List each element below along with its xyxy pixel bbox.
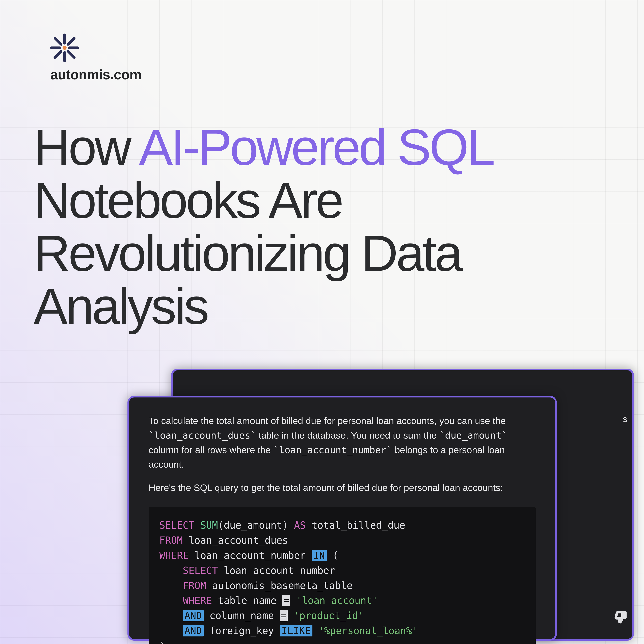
headline-accent: AI-Powered SQL bbox=[139, 119, 491, 176]
fn: SUM bbox=[200, 520, 218, 531]
op: = bbox=[282, 595, 290, 606]
brand-label: autonmis.com bbox=[50, 67, 142, 83]
kw: WHERE bbox=[183, 595, 212, 606]
p: ( bbox=[327, 550, 338, 561]
kw: FROM bbox=[159, 535, 183, 546]
id: foreign_key bbox=[204, 625, 280, 636]
id: table_name bbox=[212, 595, 282, 606]
str: '%personal_loan%' bbox=[312, 625, 418, 636]
kw: WHERE bbox=[159, 550, 189, 561]
back-card-actions-peek bbox=[614, 610, 628, 624]
inline-code: `loan_account_number` bbox=[273, 444, 392, 455]
text: To calculate the total amount of billed … bbox=[149, 415, 506, 426]
sql-code-block: SELECT SUM(due_amount) AS total_billed_d… bbox=[149, 507, 536, 644]
svg-line-4 bbox=[55, 38, 61, 44]
svg-line-7 bbox=[55, 51, 61, 57]
assistant-paragraph-2: Here's the SQL query to get the total am… bbox=[149, 480, 536, 495]
headline-pre: How bbox=[34, 119, 139, 176]
id: due_amount bbox=[224, 520, 282, 531]
kw: SELECT bbox=[159, 520, 195, 531]
kw: AS bbox=[294, 520, 306, 531]
kw: ILIKE bbox=[280, 625, 312, 636]
back-card-text-peek: s bbox=[623, 414, 627, 424]
str: 'loan_account' bbox=[290, 595, 378, 606]
notebook-card-front: To calculate the total amount of billed … bbox=[127, 396, 557, 641]
p: ( bbox=[218, 520, 224, 531]
inline-code: `loan_account_dues` bbox=[149, 430, 256, 441]
kw: IN bbox=[312, 550, 327, 561]
str: 'product_id' bbox=[288, 610, 364, 621]
text: table in the database. You need to sum t… bbox=[256, 430, 439, 441]
svg-point-8 bbox=[63, 46, 67, 50]
kw: AND bbox=[183, 610, 204, 621]
id: column_name bbox=[204, 610, 280, 621]
p: ) bbox=[282, 520, 294, 531]
headline-rest: Notebooks Are Revolutionizing Data Analy… bbox=[34, 172, 461, 335]
id: loan_account_dues bbox=[183, 535, 288, 546]
brand-logo-icon bbox=[50, 34, 79, 62]
brand-block: autonmis.com bbox=[50, 34, 142, 83]
id: loan_account_number bbox=[218, 565, 335, 576]
id: autonomis_basemeta_table bbox=[206, 580, 353, 591]
kw: AND bbox=[183, 625, 204, 636]
id: total_billed_due bbox=[306, 520, 405, 531]
op: = bbox=[280, 610, 288, 621]
id: loan_account_number bbox=[189, 550, 312, 561]
svg-line-6 bbox=[68, 38, 74, 44]
page-title: How AI-Powered SQL Notebooks Are Revolut… bbox=[34, 121, 610, 333]
kw: FROM bbox=[183, 580, 206, 591]
p: ); bbox=[159, 640, 171, 644]
text: column for all rows where the bbox=[149, 445, 273, 455]
kw: SELECT bbox=[183, 565, 218, 576]
thumbs-down-icon bbox=[614, 610, 628, 624]
inline-code: `due_amount` bbox=[439, 430, 507, 441]
svg-line-5 bbox=[68, 51, 74, 57]
assistant-paragraph-1: To calculate the total amount of billed … bbox=[149, 414, 536, 472]
